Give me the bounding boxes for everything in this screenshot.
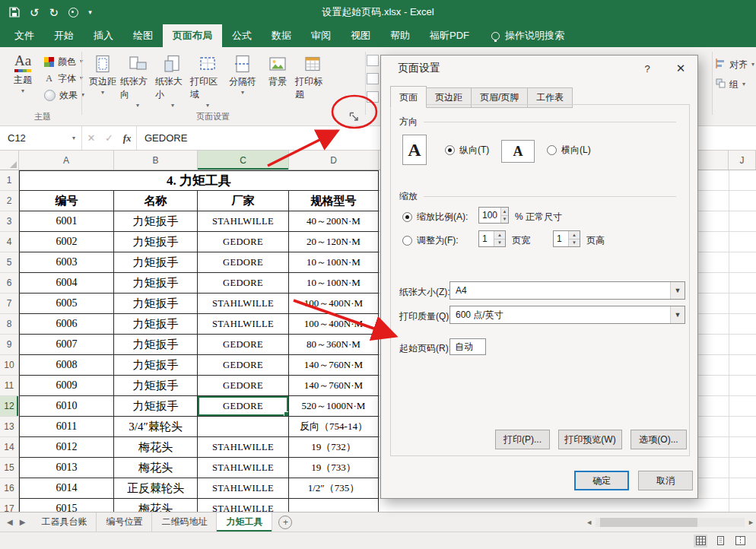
row-header-2[interactable]: 2 [0, 191, 19, 211]
zoom-value[interactable]: 100 [479, 208, 500, 223]
ribbon-tab-绘图[interactable]: 绘图 [123, 24, 163, 47]
fit-height-value[interactable]: 1 [554, 231, 568, 246]
insert-function-icon[interactable]: fx [123, 132, 132, 144]
dialog-help-button[interactable]: ? [637, 56, 658, 81]
cell-C13[interactable] [198, 417, 289, 437]
spinner-arrows-icon[interactable]: ▲▼ [494, 231, 505, 246]
cell-D5[interactable]: 10～100N·M [289, 252, 379, 273]
cell-A11[interactable]: 6009 [19, 376, 114, 396]
select-all-corner[interactable] [0, 151, 19, 170]
print-preview-button[interactable]: 打印预览(W) [558, 430, 622, 449]
enter-icon[interactable]: ✓ [105, 132, 113, 144]
cell-C8[interactable]: STAHLWILLE [198, 314, 289, 335]
cell-C3[interactable]: STAHLWILLE [198, 211, 289, 232]
header-cell-C2[interactable]: 厂家 [198, 191, 289, 211]
ribbon-button-页边距[interactable]: 页边距▾ [85, 52, 120, 109]
ribbon-tab-页面布局[interactable]: 页面布局 [163, 24, 222, 47]
radio-unselected-icon[interactable] [547, 145, 557, 155]
row-header-1[interactable]: 1 [0, 170, 19, 191]
row-header-8[interactable]: 8 [0, 314, 19, 335]
row-header-7[interactable]: 7 [0, 294, 19, 314]
cell-A8[interactable]: 6006 [19, 314, 114, 335]
paper-size-combo[interactable]: A4 ▼ [449, 281, 685, 300]
ribbon-button-纸张方向[interactable]: 纸张方向▾ [120, 52, 155, 109]
cell-B3[interactable]: 力矩扳手 [114, 211, 198, 232]
first-page-number-input[interactable] [449, 338, 486, 355]
cell-D4[interactable]: 20～120N·M [289, 232, 379, 252]
cell-D13[interactable]: 反向（754-14） [289, 417, 379, 437]
zoom-radio[interactable]: 缩放比例(A): [402, 211, 468, 224]
cell-B13[interactable]: 3/4″棘轮头 [114, 417, 198, 437]
sheet-tab-工器具台账[interactable]: 工器具台账 [32, 513, 97, 532]
ribbon-tab-数据[interactable]: 数据 [262, 24, 301, 47]
ribbon-button-打印区域[interactable]: 打印区域▾ [190, 52, 225, 109]
cell-B7[interactable]: 力矩扳手 [114, 294, 198, 314]
cell-B12[interactable]: 力矩扳手 [114, 396, 198, 417]
cell-D14[interactable]: 19（732） [289, 437, 379, 458]
cell-D11[interactable]: 140～760N·M [289, 376, 379, 396]
ribbon-button-背景[interactable]: 背景 [260, 52, 295, 109]
portrait-radio[interactable]: 纵向(T) [445, 144, 489, 157]
row-header-11[interactable]: 11 [0, 376, 19, 396]
fit-to-radio[interactable]: 调整为(F): [402, 234, 459, 247]
row-header-4[interactable]: 4 [0, 232, 19, 252]
cell-A6[interactable]: 6004 [19, 273, 114, 294]
sheet-tab-力矩工具[interactable]: 力矩工具 [217, 513, 272, 532]
cell-B6[interactable]: 力矩扳手 [114, 273, 198, 294]
cell-C16[interactable]: STAHLWILLE [198, 478, 289, 499]
chevron-down-icon[interactable]: ▼ [670, 306, 685, 323]
cell-B4[interactable]: 力矩扳手 [114, 232, 198, 252]
scrollbar-track[interactable] [596, 518, 745, 527]
cell-A10[interactable]: 6008 [19, 355, 114, 376]
cell-C5[interactable]: GEDORE [198, 252, 289, 273]
normal-view-icon[interactable] [694, 535, 707, 547]
cell-C12[interactable]: GEDORE [198, 396, 289, 417]
sheet-next-icon[interactable]: ▶ [20, 518, 26, 526]
column-header-A[interactable]: A [19, 151, 114, 170]
cell-B15[interactable]: 梅花头 [114, 458, 198, 478]
cell-D16[interactable]: 1/2″（735） [289, 478, 379, 499]
cell-B14[interactable]: 梅花头 [114, 437, 198, 458]
cell-C14[interactable]: STAHLWILLE [198, 437, 289, 458]
cell-D3[interactable]: 40～200N·M [289, 211, 379, 232]
row-header-6[interactable]: 6 [0, 273, 19, 294]
radio-unselected-icon[interactable] [402, 236, 412, 246]
cell-D6[interactable]: 10～100N·M [289, 273, 379, 294]
sheet-tab-二维码地址[interactable]: 二维码地址 [152, 513, 217, 532]
cell-A13[interactable]: 6011 [19, 417, 114, 437]
horizontal-scrollbar[interactable]: ◄ ► [586, 513, 756, 532]
ribbon-tab-开始[interactable]: 开始 [44, 24, 84, 47]
row-header-16[interactable]: 16 [0, 478, 19, 499]
row-header-15[interactable]: 15 [0, 458, 19, 478]
new-sheet-button[interactable]: + [278, 516, 292, 529]
ribbon-tab-审阅[interactable]: 审阅 [301, 24, 341, 47]
cell-A7[interactable]: 6005 [19, 294, 114, 314]
cell-B9[interactable]: 力矩扳手 [114, 335, 198, 355]
cell-A4[interactable]: 6002 [19, 232, 114, 252]
cancel-icon[interactable]: ✕ [87, 132, 95, 144]
name-box[interactable]: C12 ▾ [0, 126, 82, 150]
fit-width-spinner[interactable]: 1 ▲▼ [478, 230, 506, 247]
scroll-left-icon[interactable]: ◄ [586, 519, 592, 526]
ribbon-button-对齐[interactable]: 对齐▾ [716, 58, 754, 71]
column-header-J[interactable]: J [729, 151, 756, 170]
ribbon-button-打印标题[interactable]: 打印标题 [295, 52, 330, 109]
ribbon-button-分隔符[interactable]: 分隔符▾ [225, 52, 260, 109]
cancel-button[interactable]: 取消 [638, 471, 693, 490]
cell-A14[interactable]: 6012 [19, 437, 114, 458]
ribbon-button-纸张大小[interactable]: 纸张大小▾ [155, 52, 190, 109]
column-header-D[interactable]: D [289, 151, 379, 170]
ribbon-tab-福昕PDF[interactable]: 福昕PDF [420, 24, 479, 47]
ribbon-tab-插入[interactable]: 插入 [84, 24, 123, 47]
cell-C4[interactable]: GEDORE [198, 232, 289, 252]
cell-D17[interactable] [289, 499, 379, 512]
header-cell-B2[interactable]: 名称 [114, 191, 198, 211]
header-cell-D2[interactable]: 规格型号 [289, 191, 379, 211]
cell-C11[interactable]: GEDORE [198, 376, 289, 396]
ribbon-tab-公式[interactable]: 公式 [222, 24, 262, 47]
cell-D8[interactable]: 100～400N·M [289, 314, 379, 335]
radio-selected-icon[interactable] [402, 212, 412, 222]
sheet-prev-icon[interactable]: ◀ [7, 518, 13, 526]
column-header-B[interactable]: B [114, 151, 198, 170]
ribbon-button-字体[interactable]: A字体▾ [44, 71, 84, 85]
